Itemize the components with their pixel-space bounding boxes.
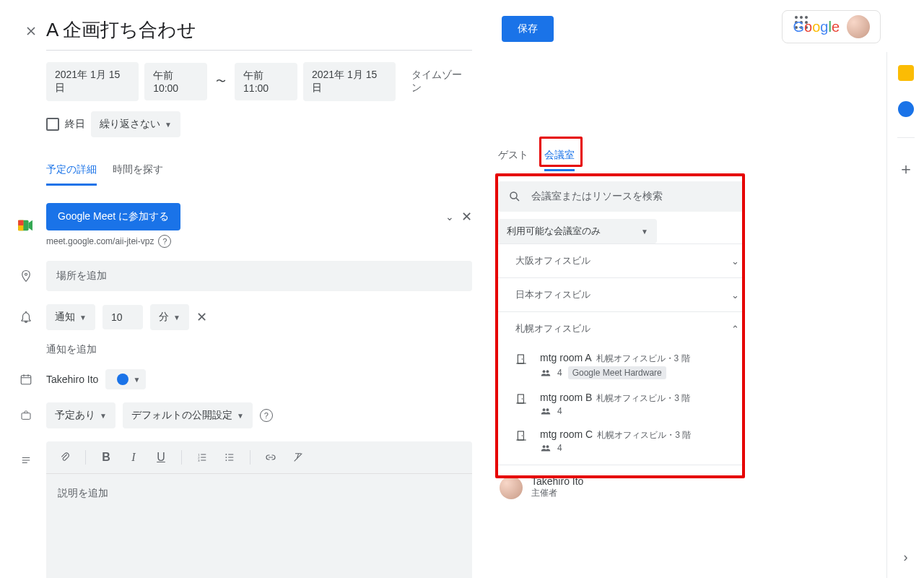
attachment-icon[interactable] bbox=[58, 450, 72, 465]
svg-rect-2 bbox=[18, 220, 23, 225]
notification-value-input[interactable]: 10 bbox=[103, 305, 143, 329]
google-account-chip[interactable]: Google bbox=[782, 10, 881, 43]
svg-point-13 bbox=[522, 358, 523, 359]
briefcase-icon bbox=[17, 407, 35, 424]
room-icon bbox=[515, 428, 530, 453]
svg-point-17 bbox=[522, 398, 523, 399]
tab-event-details[interactable]: 予定の詳細 bbox=[46, 156, 97, 186]
start-date-field[interactable]: 2021年 1月 15日 bbox=[46, 62, 139, 101]
room-filter-select[interactable]: 利用可能な会議室のみ ▼ bbox=[498, 219, 657, 243]
room-item-b[interactable]: mtg room B札幌オフィスビル・3 階 4 bbox=[498, 385, 745, 422]
recurrence-select[interactable]: 繰り返さない▼ bbox=[91, 111, 180, 137]
keep-icon[interactable] bbox=[898, 65, 914, 81]
visibility-select[interactable]: デフォルトの公開設定▼ bbox=[123, 402, 253, 428]
timezone-link[interactable]: タイムゾーン bbox=[411, 69, 472, 95]
tab-rooms[interactable]: 会議室 bbox=[544, 142, 575, 171]
people-icon bbox=[540, 369, 552, 376]
meet-icon bbox=[17, 217, 35, 234]
add-addon-icon[interactable]: ＋ bbox=[898, 158, 914, 180]
room-item-a[interactable]: mtg room A札幌オフィスビル・3 階 4 Google Meet Har… bbox=[498, 345, 745, 385]
remove-meet-icon[interactable]: ✕ bbox=[461, 209, 472, 225]
svg-point-8 bbox=[225, 454, 227, 455]
calendar-color-select[interactable]: ▼ bbox=[105, 369, 146, 389]
building-row-sapporo[interactable]: 札幌オフィスビル ⌃ bbox=[498, 311, 745, 345]
svg-point-22 bbox=[543, 445, 546, 448]
svg-point-23 bbox=[546, 445, 549, 448]
notification-icon bbox=[17, 309, 35, 326]
end-date-field[interactable]: 2021年 1月 15日 bbox=[303, 62, 396, 101]
svg-text:3: 3 bbox=[198, 459, 200, 462]
svg-point-11 bbox=[510, 192, 517, 199]
svg-point-9 bbox=[225, 457, 227, 458]
description-textarea[interactable]: 説明を追加 bbox=[46, 474, 472, 578]
room-item-c[interactable]: mtg room C札幌オフィスビル・3 階 4 bbox=[498, 422, 745, 459]
svg-point-10 bbox=[225, 460, 227, 461]
event-title[interactable]: A 企画打ち合わせ bbox=[46, 17, 472, 43]
hardware-badge: Google Meet Hardware bbox=[568, 366, 666, 379]
svg-point-18 bbox=[543, 408, 546, 411]
organizer-row: Takehiro Ito 主催者 bbox=[498, 465, 745, 502]
add-notification-link[interactable]: 通知を追加 bbox=[46, 343, 97, 356]
calendar-owner-label: Takehiro Ito bbox=[46, 374, 98, 385]
end-time-field[interactable]: 午前11:00 bbox=[235, 63, 297, 100]
join-meet-button[interactable]: Google Meet に参加する bbox=[46, 203, 180, 230]
people-icon bbox=[540, 444, 552, 452]
location-icon bbox=[17, 267, 35, 285]
people-icon bbox=[540, 407, 552, 415]
time-separator: 〜 bbox=[213, 75, 229, 88]
remove-notification-icon[interactable]: ✕ bbox=[196, 309, 207, 325]
room-search-input[interactable]: 会議室またはリソースを検索 bbox=[498, 181, 745, 212]
tab-find-time[interactable]: 時間を探す bbox=[113, 156, 163, 186]
notification-type-select[interactable]: 通知▼ bbox=[46, 304, 95, 330]
italic-icon[interactable]: I bbox=[126, 450, 141, 465]
svg-rect-16 bbox=[518, 394, 523, 403]
organizer-avatar bbox=[500, 476, 523, 499]
chevron-down-icon: ⌄ bbox=[731, 256, 739, 267]
svg-rect-20 bbox=[518, 431, 523, 440]
close-icon[interactable] bbox=[24, 24, 38, 38]
building-row-osaka[interactable]: 大阪オフィスビル ⌄ bbox=[498, 243, 745, 277]
organizer-name: Takehiro Ito bbox=[531, 475, 583, 487]
meet-help-icon[interactable]: ? bbox=[158, 235, 171, 248]
bulleted-list-icon[interactable] bbox=[222, 450, 237, 465]
all-day-checkbox[interactable] bbox=[46, 118, 59, 131]
svg-point-19 bbox=[546, 408, 549, 411]
calendar-icon bbox=[17, 371, 35, 388]
save-button[interactable]: 保存 bbox=[502, 16, 554, 42]
tab-guests[interactable]: ゲスト bbox=[498, 142, 528, 171]
underline-icon[interactable]: U bbox=[154, 450, 168, 465]
numbered-list-icon[interactable]: 123 bbox=[195, 450, 209, 465]
tasks-icon[interactable] bbox=[898, 101, 914, 117]
location-input[interactable]: 場所を追加 bbox=[46, 261, 472, 291]
svg-point-15 bbox=[546, 370, 549, 373]
notification-unit-select[interactable]: 分▼ bbox=[150, 304, 189, 330]
svg-rect-3 bbox=[21, 376, 31, 384]
description-icon bbox=[17, 452, 35, 469]
side-panel: ＋ › bbox=[886, 52, 924, 578]
visibility-help-icon[interactable]: ? bbox=[260, 409, 273, 422]
chevron-up-icon: ⌃ bbox=[731, 324, 739, 335]
room-icon bbox=[515, 351, 530, 379]
start-time-field[interactable]: 午前10:00 bbox=[144, 63, 207, 100]
bold-icon[interactable]: B bbox=[99, 450, 113, 465]
svg-rect-12 bbox=[518, 355, 523, 363]
svg-rect-4 bbox=[22, 413, 30, 420]
building-row-japan[interactable]: 日本オフィスビル ⌄ bbox=[498, 277, 745, 311]
chevron-down-icon: ⌄ bbox=[731, 290, 739, 301]
search-icon bbox=[508, 190, 521, 203]
collapse-panel-icon[interactable]: › bbox=[904, 550, 908, 565]
all-day-label: 終日 bbox=[65, 118, 85, 131]
svg-point-14 bbox=[543, 370, 546, 373]
link-icon[interactable] bbox=[263, 450, 278, 465]
organizer-role: 主催者 bbox=[531, 487, 583, 499]
meet-link-text: meet.google.com/aii-jtei-vpz bbox=[46, 236, 154, 246]
meet-options-icon[interactable]: ⌄ bbox=[445, 211, 454, 223]
room-icon bbox=[515, 391, 530, 416]
avatar bbox=[847, 15, 870, 38]
svg-point-21 bbox=[522, 435, 523, 436]
availability-select[interactable]: 予定あり▼ bbox=[46, 402, 116, 428]
clear-format-icon[interactable] bbox=[291, 450, 305, 465]
